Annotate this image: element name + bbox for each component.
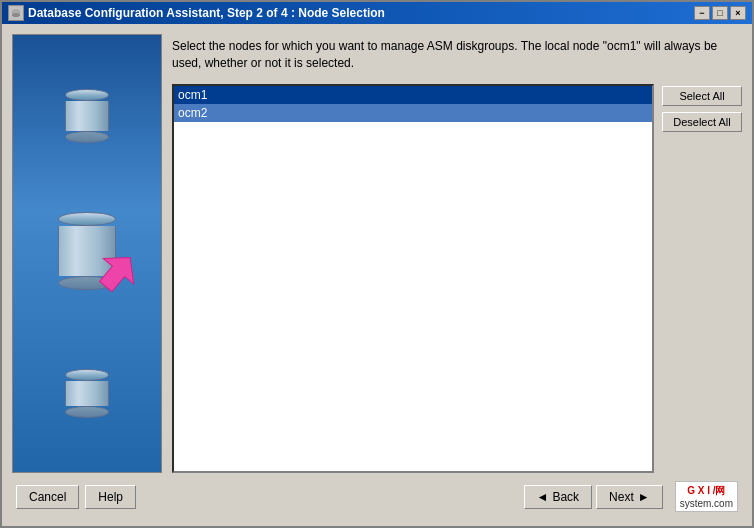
main-area: Select the nodes for which you want to m… [12, 34, 742, 473]
select-all-button[interactable]: Select All [662, 86, 742, 106]
minimize-button[interactable]: − [694, 6, 710, 20]
close-button[interactable]: × [730, 6, 746, 20]
cancel-button[interactable]: Cancel [16, 485, 79, 509]
pink-arrow-icon [89, 242, 144, 300]
side-buttons: Select All Deselect All [662, 84, 742, 473]
watermark-line2: system.com [680, 498, 733, 509]
help-button[interactable]: Help [85, 485, 136, 509]
bottom-bar: Cancel Help ◄ Back Next ► G X I /网 syste… [12, 473, 742, 516]
title-bar-left: Database Configuration Assistant, Step 2… [8, 5, 385, 21]
node-item-ocm1[interactable]: ocm1 [174, 86, 652, 104]
window-title: Database Configuration Assistant, Step 2… [28, 6, 385, 20]
description-text: Select the nodes for which you want to m… [172, 34, 742, 76]
node-list-area: ocm1 ocm2 Select All Deselect All [172, 84, 742, 473]
right-panel: Select the nodes for which you want to m… [172, 34, 742, 473]
cylinder-middle-container [58, 212, 116, 290]
deselect-all-button[interactable]: Deselect All [662, 112, 742, 132]
main-window: Database Configuration Assistant, Step 2… [0, 0, 754, 528]
watermark: G X I /网 system.com [675, 481, 738, 512]
illustration-panel [12, 34, 162, 473]
next-arrow-icon: ► [638, 490, 650, 504]
watermark-line1: G X I /网 [680, 484, 733, 498]
title-bar: Database Configuration Assistant, Step 2… [2, 2, 752, 24]
cylinder-bottom [65, 369, 109, 418]
svg-point-2 [12, 13, 20, 17]
bottom-right-buttons: ◄ Back Next ► G X I /网 system.com [524, 481, 739, 512]
back-label: Back [552, 490, 579, 504]
window-icon [8, 5, 24, 21]
node-list-box[interactable]: ocm1 ocm2 [172, 84, 654, 473]
maximize-button[interactable]: □ [712, 6, 728, 20]
svg-marker-3 [90, 245, 144, 297]
node-item-ocm2[interactable]: ocm2 [174, 104, 652, 122]
back-arrow-icon: ◄ [537, 490, 549, 504]
back-button[interactable]: ◄ Back [524, 485, 593, 509]
cylinder-top [65, 89, 109, 143]
bottom-left-buttons: Cancel Help [16, 485, 136, 509]
next-button[interactable]: Next ► [596, 485, 663, 509]
next-label: Next [609, 490, 634, 504]
title-bar-buttons: − □ × [694, 6, 746, 20]
content-area: Select the nodes for which you want to m… [2, 24, 752, 526]
